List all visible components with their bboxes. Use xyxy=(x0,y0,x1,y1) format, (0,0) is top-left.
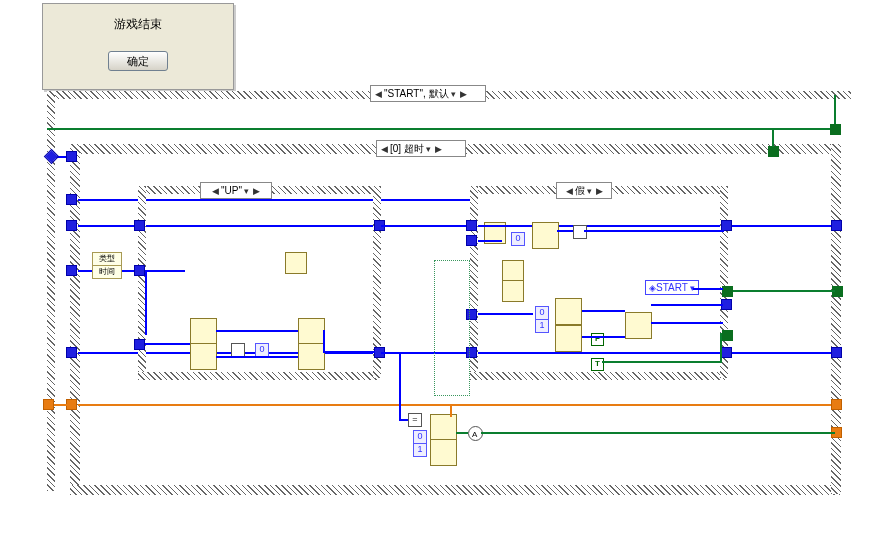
left-arrow-icon[interactable]: ◀ xyxy=(379,144,390,154)
down-arrow-icon[interactable]: ▾ xyxy=(585,186,594,196)
function-icon xyxy=(298,318,325,345)
equal-icon: = xyxy=(408,413,422,427)
function-icon xyxy=(430,414,457,441)
tunnel-blue xyxy=(135,221,144,230)
bool-constant-false: F xyxy=(591,333,604,346)
function-icon xyxy=(532,222,559,249)
svg-text:A: A xyxy=(472,430,478,439)
ok-button[interactable]: 确定 xyxy=(108,51,168,71)
tunnel-blue xyxy=(67,348,76,357)
event-bottom xyxy=(70,485,840,495)
function-icon xyxy=(555,325,582,352)
unbundle-field-time: 时间 xyxy=(93,266,121,278)
right-case-label: 假 xyxy=(575,184,585,198)
tunnel-blue xyxy=(67,152,76,161)
right-case-bottom xyxy=(470,372,726,380)
function-icon xyxy=(430,439,457,466)
tunnel-green xyxy=(722,330,733,341)
numeric-constant: 1 xyxy=(535,319,549,333)
right-case-selector[interactable]: ◀ 假 ▾ ▶ xyxy=(556,182,612,199)
right-arrow-icon[interactable]: ▶ xyxy=(433,144,444,154)
right-arrow-icon[interactable]: ▶ xyxy=(594,186,605,196)
cluster-icon xyxy=(285,252,307,274)
greater-icon xyxy=(573,225,587,239)
decrement-icon xyxy=(231,343,245,357)
event-selector-label: [0] 超时 xyxy=(390,142,424,156)
unbundle-field-type: 类型 xyxy=(93,253,121,266)
numeric-constant: 1 xyxy=(413,443,427,457)
event-right xyxy=(831,144,841,494)
function-icon xyxy=(190,343,217,370)
outer-case-selector[interactable]: ◀ "START", 默认 ▾ ▶ xyxy=(370,85,486,102)
tunnel-green xyxy=(722,286,733,297)
tunnel-orange xyxy=(44,400,53,409)
tunnel-blue xyxy=(67,195,76,204)
tunnel-blue xyxy=(135,340,144,349)
tunnel-blue xyxy=(67,266,76,275)
left-arrow-icon[interactable]: ◀ xyxy=(564,186,575,196)
left-arrow-icon[interactable]: ◀ xyxy=(373,89,384,99)
right-arrow-icon[interactable]: ▶ xyxy=(458,89,469,99)
function-icon xyxy=(555,298,582,325)
function-icon xyxy=(190,318,217,345)
down-arrow-icon[interactable]: ▾ xyxy=(242,186,251,196)
tunnel-blue xyxy=(67,221,76,230)
unbundle-by-name: 类型 时间 xyxy=(92,252,122,279)
outer-selector-label: "START", 默认 xyxy=(384,87,449,101)
left-case-label: "UP" xyxy=(221,185,242,196)
tunnel-blue xyxy=(722,348,731,357)
numeric-constant: 0 xyxy=(413,430,427,444)
cluster-icon xyxy=(502,260,524,282)
numeric-constant: 0 xyxy=(535,306,549,320)
tunnel-blue xyxy=(467,221,476,230)
right-arrow-icon[interactable]: ▶ xyxy=(251,186,262,196)
tunnel-blue xyxy=(135,266,144,275)
dialog-title: 游戏结束 xyxy=(43,16,233,33)
tunnel-blue xyxy=(722,221,731,230)
tunnel-blue xyxy=(832,221,841,230)
event-selector[interactable]: ◀ [0] 超时 ▾ ▶ xyxy=(376,140,466,157)
cluster-icon xyxy=(502,280,524,302)
tunnel-blue xyxy=(832,348,841,357)
bool-constant-true: T xyxy=(591,358,604,371)
tunnel-orange xyxy=(832,400,841,409)
tunnel-green xyxy=(768,146,779,157)
numeric-constant: 0 xyxy=(255,343,269,357)
left-arrow-icon[interactable]: ◀ xyxy=(210,186,221,196)
tunnel-green xyxy=(830,124,841,135)
tunnel-blue xyxy=(467,236,476,245)
left-case-selector[interactable]: ◀ "UP" ▾ ▶ xyxy=(200,182,272,199)
flat-sequence xyxy=(434,260,470,396)
down-arrow-icon[interactable]: ▾ xyxy=(449,89,458,99)
function-icon xyxy=(298,343,325,370)
tunnel-blue xyxy=(722,300,731,309)
numeric-constant: 0 xyxy=(511,232,525,246)
down-arrow-icon[interactable]: ▾ xyxy=(424,144,433,154)
function-icon xyxy=(625,312,652,339)
left-case-bottom xyxy=(138,372,380,380)
enum-constant-start[interactable]: ◈START ▾ xyxy=(645,280,699,295)
